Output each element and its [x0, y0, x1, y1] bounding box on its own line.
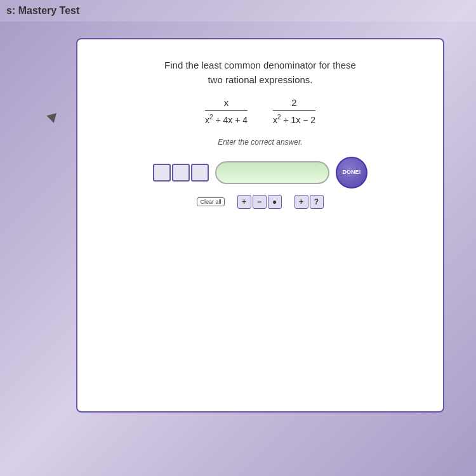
page-title: s: Mastery Test: [6, 5, 79, 17]
clear-all-button[interactable]: Clear all: [197, 197, 224, 206]
fraction1-denominator: x2 + 4x + 4: [205, 112, 248, 125]
input-row: DONE!: [90, 157, 430, 188]
tile-box-1: [153, 164, 171, 182]
fraction1-numerator: x: [224, 97, 229, 109]
plus-icon: +: [242, 197, 246, 206]
fraction1-line: [205, 110, 248, 111]
question-icon: ?: [314, 197, 319, 206]
done-button-label: DONE!: [343, 169, 361, 176]
tile-boxes: [153, 164, 209, 182]
answer-input[interactable]: [215, 161, 329, 184]
left-controls: Clear all: [197, 197, 224, 206]
fraction2-line: [273, 110, 315, 111]
question-line2: two rational expressions.: [164, 73, 356, 88]
fraction2-denominator: x2 + 1x − 2: [273, 112, 315, 125]
plus-right-button[interactable]: +: [294, 195, 308, 209]
question-line1: Find the least common denominator for th…: [164, 58, 356, 73]
plus-right-icon: +: [299, 197, 303, 206]
question-text: Find the least common denominator for th…: [164, 58, 356, 87]
fraction2-numerator: 2: [291, 97, 296, 109]
dot-icon: ●: [272, 197, 277, 206]
tile-box-3: [191, 164, 209, 182]
enter-answer-label: Enter the correct answer.: [218, 138, 303, 147]
dot-button[interactable]: ●: [268, 195, 282, 209]
plus-button[interactable]: +: [237, 195, 251, 209]
done-button[interactable]: DONE!: [336, 157, 367, 188]
clear-all-label: Clear all: [200, 199, 221, 205]
left-operator-buttons: + − ●: [237, 195, 282, 209]
right-operator-buttons: + ?: [294, 195, 324, 209]
fractions-container: x x2 + 4x + 4 2 x2 + 1x − 2: [205, 97, 315, 125]
question-button[interactable]: ?: [310, 195, 324, 209]
tile-box-2: [172, 164, 190, 182]
cursor-arrow: [46, 113, 58, 124]
fraction-1: x x2 + 4x + 4: [205, 97, 248, 125]
minus-button[interactable]: −: [253, 195, 267, 209]
controls-row: Clear all + − ● + ?: [90, 195, 430, 209]
title-bar: s: Mastery Test: [0, 0, 476, 22]
main-card: Find the least common denominator for th…: [76, 38, 444, 413]
minus-icon: −: [257, 197, 261, 206]
fraction-2: 2 x2 + 1x − 2: [273, 97, 315, 125]
